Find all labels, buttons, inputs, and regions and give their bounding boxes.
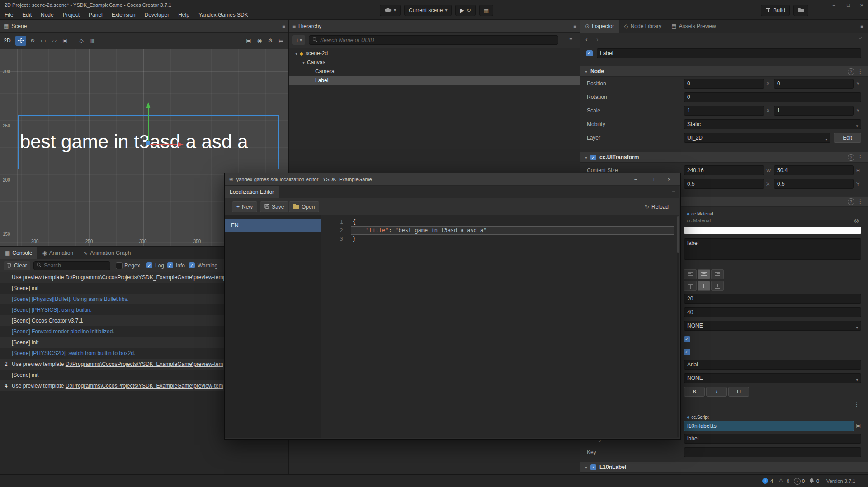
tab-assets-preview[interactable]: ▤ Assets Preview	[666, 20, 721, 33]
loc-close-icon[interactable]: ×	[662, 177, 676, 182]
material-picker-icon[interactable]: ◎	[854, 218, 859, 223]
minimize-icon[interactable]: −	[832, 3, 835, 8]
loc-maximize-icon[interactable]: □	[646, 177, 659, 182]
menu-developer[interactable]: Developer	[140, 12, 174, 18]
tool-2d-button[interactable]: 2D	[2, 36, 13, 46]
uitransform-menu-dots-icon[interactable]: ⋮	[858, 155, 863, 160]
loc-panel-menu-icon[interactable]: ≡	[672, 189, 675, 195]
node-name-field[interactable]: Label	[597, 48, 861, 58]
view-capture-button[interactable]: ▤	[276, 36, 287, 46]
menu-project[interactable]: Project	[58, 12, 84, 18]
menu-file[interactable]: File	[0, 12, 18, 18]
caret-down-icon[interactable]: ▾	[295, 51, 297, 56]
line-height-field[interactable]: 40	[684, 307, 861, 317]
uitransform-enabled-checkbox[interactable]	[590, 155, 596, 160]
system-font-checkbox[interactable]	[684, 349, 690, 355]
italic-button[interactable]: I	[706, 387, 727, 397]
hierarchy-list-options-icon[interactable]: ≡	[569, 37, 572, 42]
view-gizmo-button[interactable]: ◉	[254, 36, 265, 46]
bold-button[interactable]: B	[684, 387, 705, 397]
position-x-field[interactable]: 0	[684, 79, 764, 89]
loc-window-titlebar[interactable]: ◉ yandex-games-sdk.localization-editor -…	[225, 173, 680, 186]
play-icon[interactable]: ▶	[460, 8, 464, 13]
content-width-field[interactable]: 240.16	[684, 165, 764, 175]
inspector-panel-menu-icon[interactable]: ≡	[860, 23, 863, 29]
scale-x-field[interactable]: 1	[684, 106, 764, 116]
tool-rect-button[interactable]: ▭	[38, 36, 49, 46]
position-y-field[interactable]: 0	[774, 79, 854, 89]
label-string-textarea[interactable]: label	[684, 238, 861, 260]
label-menu-dots-icon[interactable]: ⋮	[858, 199, 863, 204]
uitransform-section-header[interactable]: ▾ cc.UITransform ? ⋮	[580, 152, 868, 163]
console-search-input[interactable]: Search	[33, 261, 110, 270]
forward-icon[interactable]: ›	[596, 36, 599, 42]
caret-down-icon[interactable]: ▾	[302, 60, 305, 65]
tab-console[interactable]: ▦ Console	[0, 247, 37, 259]
label-extra-dots-icon[interactable]: ⋮	[854, 402, 859, 407]
node-active-checkbox[interactable]	[586, 50, 593, 56]
overflow-select[interactable]: NONE	[684, 321, 861, 331]
mobility-select[interactable]: Static	[684, 119, 861, 129]
open-build-folder-button[interactable]	[793, 5, 808, 16]
tab-localization-editor[interactable]: Localization Editor	[225, 186, 279, 198]
tool-gizmo-button[interactable]: ▣	[60, 36, 71, 46]
help-icon[interactable]: ?	[848, 68, 854, 75]
tree-node-label[interactable]: Label	[289, 76, 606, 85]
pin-icon[interactable]	[858, 36, 863, 42]
back-icon[interactable]: ‹	[585, 36, 588, 42]
tab-animation[interactable]: ◉ Animation	[37, 247, 78, 259]
tool-rotate-button[interactable]: ↻	[27, 36, 38, 46]
scene-panel-menu-icon[interactable]: ≡	[282, 23, 285, 29]
label-color-swatch[interactable]	[684, 227, 861, 234]
scene-selector-dropdown[interactable]: Current scene ▾	[404, 5, 452, 16]
menu-node[interactable]: Node	[36, 12, 58, 18]
halign-center-button[interactable]	[698, 269, 710, 279]
compile-button[interactable]: ▦	[479, 5, 493, 16]
menu-help[interactable]: Help	[174, 12, 194, 18]
wrap-text-checkbox[interactable]	[684, 336, 690, 342]
rotation-field[interactable]: 0	[684, 92, 861, 102]
valign-middle-button[interactable]	[698, 281, 710, 291]
halign-right-button[interactable]	[711, 269, 724, 279]
build-button[interactable]: Build	[761, 5, 790, 16]
script-asset-field[interactable]: l10n-label.ts	[684, 421, 854, 431]
tree-node-camera[interactable]: Camera	[289, 67, 606, 76]
loc-save-button[interactable]: Save	[260, 201, 288, 212]
loc-code-editor[interactable]	[321, 215, 679, 438]
valign-top-button[interactable]	[684, 281, 697, 291]
menu-edit[interactable]: Edit	[18, 12, 36, 18]
tab-inspector[interactable]: ⊙ Inspector	[580, 20, 619, 33]
tool-pivot-button[interactable]: ◇	[76, 36, 87, 46]
halign-left-button[interactable]	[684, 269, 697, 279]
log-checkbox[interactable]	[146, 262, 152, 268]
help-icon[interactable]: ?	[848, 154, 854, 161]
editor-scrollbar[interactable]	[677, 216, 679, 437]
warning-checkbox[interactable]	[189, 262, 195, 268]
close-icon[interactable]: ×	[860, 2, 863, 8]
scene-label-node[interactable]: best game in t3asd a asd a	[20, 131, 248, 153]
warning-status-icon[interactable]: ⚠	[778, 478, 783, 483]
loc-reload-button[interactable]: ↻ Reload	[640, 201, 673, 212]
help-icon[interactable]: ?	[848, 198, 854, 205]
tool-coord-button[interactable]: ▥	[87, 36, 98, 46]
scene-settings-gear-icon[interactable]: ⚙	[265, 36, 276, 46]
font-select[interactable]: NONE	[684, 373, 861, 383]
l10n-string-field[interactable]: label	[684, 434, 861, 444]
hierarchy-search-input[interactable]: Search Name or UUID	[309, 35, 558, 45]
maximize-icon[interactable]: □	[847, 3, 850, 8]
regex-checkbox[interactable]	[116, 262, 123, 269]
menu-panel[interactable]: Panel	[84, 12, 107, 18]
add-node-button[interactable]: +▾	[292, 35, 305, 45]
material-value[interactable]: cc.Material	[687, 218, 711, 223]
cloud-sync-dropdown[interactable]: ▾	[380, 5, 401, 16]
menu-extension[interactable]: Extension	[107, 12, 140, 18]
node-section-header[interactable]: ▾ Node ? ⋮	[580, 66, 868, 77]
tab-node-library[interactable]: ◇ Node Library	[619, 20, 666, 33]
loc-new-button[interactable]: + New	[232, 201, 257, 212]
refresh-icon[interactable]: ↻	[467, 8, 471, 13]
error-status-icon[interactable]: ×	[794, 478, 801, 485]
view-grid-button[interactable]: ▣	[243, 36, 254, 46]
loc-open-button[interactable]: Open	[289, 201, 319, 212]
l10n-key-field[interactable]	[684, 447, 861, 457]
info-status-icon[interactable]: i	[762, 478, 768, 484]
